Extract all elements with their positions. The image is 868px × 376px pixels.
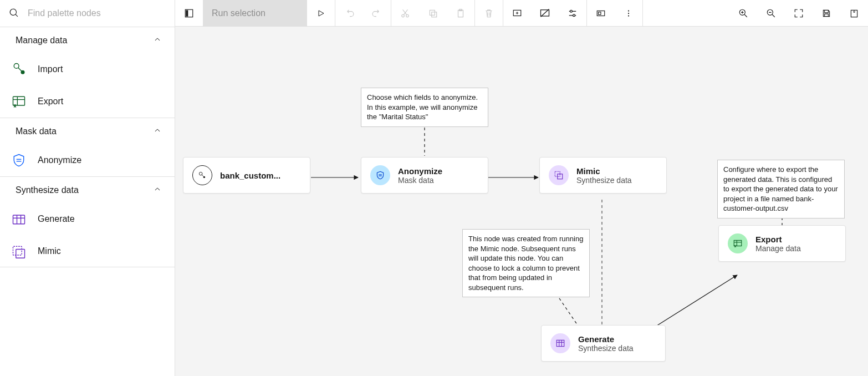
svg-point-45	[203, 176, 205, 178]
section-mask-data[interactable]: Mask data	[0, 118, 175, 144]
section-label: Mask data	[16, 126, 57, 136]
svg-rect-34	[851, 10, 857, 17]
run-button[interactable]	[307, 0, 335, 26]
palette-item-label: Mimic	[38, 246, 61, 256]
minimap-button[interactable]	[587, 0, 615, 26]
svg-line-24	[541, 9, 549, 17]
zoom-in-button[interactable]	[729, 0, 757, 26]
anonymize-node-icon	[370, 165, 390, 185]
svg-point-30	[628, 12, 629, 13]
fit-to-screen-button[interactable]	[785, 0, 813, 26]
node-source[interactable]: bank_custom...	[183, 157, 310, 194]
svg-rect-28	[599, 12, 601, 14]
svg-rect-12	[13, 246, 22, 255]
add-comment-button[interactable]	[503, 0, 531, 26]
svg-rect-3	[13, 96, 25, 105]
node-title: bank_custom...	[220, 171, 280, 180]
section-label: Manage data	[16, 35, 67, 45]
svg-point-29	[628, 10, 629, 11]
save-button[interactable]	[813, 0, 840, 26]
svg-rect-20	[458, 10, 463, 17]
palette-item-label: Generate	[38, 214, 75, 224]
palette-item-import[interactable]: Import	[0, 53, 175, 85]
comment-text: Configure where to export the generated …	[723, 165, 838, 212]
svg-point-35	[854, 11, 855, 12]
palette-item-mimic[interactable]: Mimic	[0, 235, 175, 267]
comment-text: Choose which fields to anonymize. In thi…	[367, 93, 478, 121]
node-title: Mimic	[576, 166, 632, 176]
mimic-node-icon	[549, 165, 569, 185]
comment-generate[interactable]: This node was created from running the M…	[462, 229, 590, 297]
toggle-comments-button[interactable]	[531, 0, 559, 26]
copy-button[interactable]	[419, 0, 447, 26]
flow-canvas[interactable]: Choose which fields to anonymize. In thi…	[175, 27, 868, 376]
cut-button[interactable]	[391, 0, 419, 26]
node-subtitle: Manage data	[755, 244, 801, 253]
comment-anonymize[interactable]: Choose which fields to anonymize. In thi…	[361, 88, 488, 127]
run-selection-button: Run selection	[203, 0, 307, 26]
section-label: Synthesize data	[16, 185, 79, 195]
delete-button[interactable]	[475, 0, 503, 26]
node-mimic[interactable]: Mimic Synthesize data	[539, 157, 667, 194]
paste-button[interactable]	[447, 0, 474, 26]
anonymize-icon	[11, 153, 27, 168]
palette-search-row	[0, 0, 175, 27]
svg-point-31	[628, 15, 629, 16]
section-synthesize-data[interactable]: Synthesize data	[0, 176, 175, 203]
palette-item-anonymize[interactable]: Anonymize	[0, 144, 175, 176]
node-title: Generate	[578, 334, 634, 344]
mimic-icon	[11, 243, 27, 259]
undo-button[interactable]	[335, 0, 363, 26]
settings-button[interactable]	[559, 0, 586, 26]
svg-rect-15	[186, 10, 188, 16]
export-icon	[11, 94, 27, 109]
svg-rect-18	[430, 10, 435, 15]
svg-rect-54	[734, 240, 742, 246]
collapse-sidebar-button[interactable]	[175, 0, 203, 26]
comment-export[interactable]: Configure where to export the generated …	[717, 160, 845, 219]
svg-line-1	[18, 68, 22, 72]
node-subtitle: Synthesize data	[576, 176, 632, 185]
node-subtitle: Synthesize data	[578, 344, 634, 353]
svg-point-25	[570, 10, 573, 12]
node-export[interactable]: Export Manage data	[718, 225, 846, 262]
search-icon	[9, 8, 19, 19]
node-title: Anonymize	[398, 166, 442, 176]
overflow-menu-button[interactable]	[615, 0, 642, 26]
chevron-up-icon	[154, 35, 161, 45]
palette-item-generate[interactable]: Generate	[0, 203, 175, 235]
svg-rect-19	[432, 12, 437, 17]
palette-item-export[interactable]: Export	[0, 85, 175, 118]
palette-item-label: Import	[38, 64, 63, 74]
canvas-toolbar: Run selection	[175, 0, 868, 27]
node-generate[interactable]: Generate Synthesize data	[541, 325, 666, 362]
chevron-up-icon	[154, 126, 161, 136]
chevron-up-icon	[154, 185, 161, 195]
svg-point-26	[573, 14, 575, 16]
palette-item-label: Export	[38, 96, 63, 106]
palette-sidebar: Manage data Import	[0, 0, 175, 376]
redo-button[interactable]	[363, 0, 391, 26]
svg-rect-8	[13, 215, 25, 224]
palette-search-input[interactable]	[28, 8, 166, 18]
import-icon	[11, 62, 27, 77]
svg-point-2	[21, 70, 25, 74]
generate-icon	[11, 211, 27, 227]
run-selection-label: Run selection	[212, 8, 265, 18]
notifications-button[interactable]	[840, 0, 868, 26]
section-manage-data[interactable]: Manage data	[0, 27, 175, 53]
zoom-out-button[interactable]	[757, 0, 785, 26]
node-anonymize[interactable]: Anonymize Mask data	[361, 157, 488, 194]
node-title: Export	[755, 235, 801, 244]
svg-rect-50	[556, 340, 564, 346]
node-subtitle: Mask data	[398, 176, 442, 185]
svg-rect-13	[16, 249, 25, 258]
export-node-icon	[728, 233, 748, 253]
generate-node-icon	[550, 333, 570, 353]
source-node-icon	[192, 165, 212, 185]
svg-line-44	[202, 175, 203, 176]
svg-line-41	[649, 275, 737, 331]
palette-item-label: Anonymize	[38, 155, 81, 165]
comment-text: This node was created from running the M…	[468, 235, 583, 292]
